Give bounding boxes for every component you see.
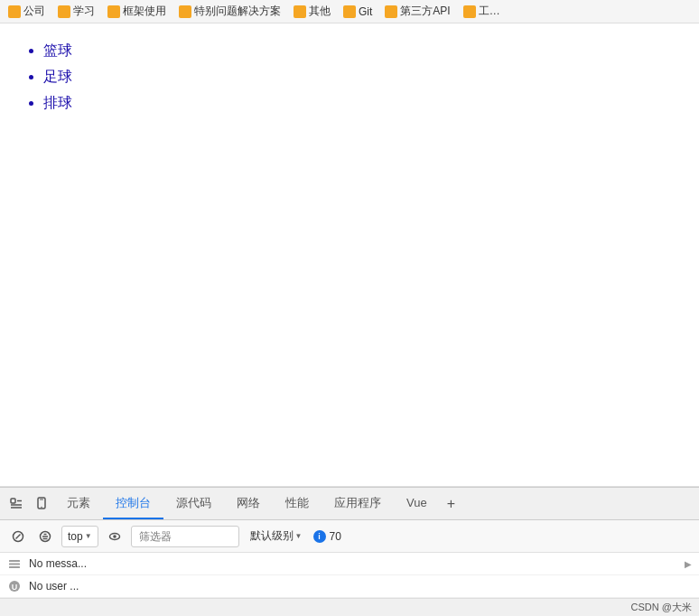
context-dropdown-arrow: ▼	[85, 532, 92, 540]
tab-network[interactable]: 网络	[224, 488, 273, 519]
issue-count[interactable]: i 70	[313, 530, 341, 543]
devtools-panel: 元素控制台源代码网络性能应用程序Vue+ top ▼	[0, 487, 699, 616]
filter-input[interactable]	[131, 526, 239, 547]
no-user-icon: U	[7, 579, 22, 593]
bookmark-folder-icon	[8, 5, 21, 18]
tab-performance[interactable]: 性能	[273, 488, 322, 519]
console-message-no-messages[interactable]: No messa...▶	[0, 553, 699, 575]
bookmark-folder-icon	[179, 5, 191, 18]
bookmark-folder-icon	[294, 5, 306, 18]
main-content: 篮球足球排球	[0, 23, 699, 487]
svg-rect-15	[9, 560, 20, 562]
level-dropdown[interactable]: 默认级别 ▼	[245, 526, 308, 547]
console-message-no-user[interactable]: UNo user ...	[0, 575, 699, 598]
inspect-element-icon[interactable]	[4, 491, 29, 517]
issue-icon: i	[313, 530, 326, 543]
content-list-item[interactable]: 篮球	[43, 38, 681, 64]
content-list-item[interactable]: 足球	[43, 64, 681, 90]
console-output-area: No messa...▶UNo user ...	[0, 553, 699, 598]
svg-rect-0	[11, 499, 15, 503]
tab-sources[interactable]: 源代码	[163, 488, 224, 519]
svg-line-8	[16, 534, 21, 538]
svg-rect-17	[9, 566, 20, 568]
tab-console[interactable]: 控制台	[103, 488, 163, 519]
no-messages-expand-arrow[interactable]: ▶	[685, 559, 692, 569]
svg-point-5	[41, 506, 42, 507]
svg-rect-16	[9, 564, 20, 565]
content-list-item[interactable]: 排球	[43, 90, 681, 117]
bookmark-company[interactable]: 公司	[4, 2, 50, 21]
bookmark-folder-icon	[58, 5, 70, 18]
bookmark-folder-icon	[463, 5, 476, 18]
branding-text: CSDN @大米	[631, 601, 692, 614]
svg-text:U: U	[12, 583, 18, 592]
eye-icon-button[interactable]	[104, 526, 126, 547]
svg-rect-6	[40, 499, 43, 499]
add-tab-button[interactable]: +	[440, 490, 462, 518]
bookmark-other[interactable]: 其他	[289, 2, 335, 21]
content-list: 篮球足球排球	[18, 38, 681, 116]
tab-application[interactable]: 应用程序	[322, 488, 394, 519]
no-user-text: No user ...	[29, 580, 692, 593]
bookmark-framework[interactable]: 框架使用	[103, 2, 171, 21]
bookmark-study[interactable]: 学习	[53, 2, 99, 21]
no-messages-text: No messa...	[29, 557, 677, 570]
clear-console-button[interactable]	[7, 526, 29, 547]
bookmark-solutions[interactable]: 特别问题解决方案	[174, 2, 285, 21]
bookmark-folder-icon	[343, 5, 356, 18]
bookmark-work[interactable]: 工…	[459, 2, 505, 21]
bookmark-folder-icon	[385, 5, 397, 18]
devtools-footer: CSDN @大米	[0, 598, 699, 616]
filter-button[interactable]	[34, 526, 56, 547]
svg-point-14	[113, 535, 116, 538]
bookmark-git[interactable]: Git	[339, 4, 377, 20]
devtools-toolbar: top ▼ 默认级别 ▼ i 70	[0, 520, 699, 553]
level-dropdown-arrow: ▼	[295, 532, 303, 540]
no-messages-icon	[7, 556, 22, 571]
tab-elements[interactable]: 元素	[54, 488, 103, 519]
context-dropdown[interactable]: top ▼	[61, 526, 98, 547]
devtools-tab-bar: 元素控制台源代码网络性能应用程序Vue+	[0, 488, 699, 520]
bookmark-third-api[interactable]: 第三方API	[380, 2, 454, 21]
tab-vue[interactable]: Vue	[394, 488, 440, 519]
bookmarks-bar: 公司学习框架使用特别问题解决方案其他Git第三方API工…	[0, 0, 699, 23]
device-toggle-icon[interactable]	[29, 491, 54, 517]
bookmark-folder-icon	[107, 5, 120, 18]
